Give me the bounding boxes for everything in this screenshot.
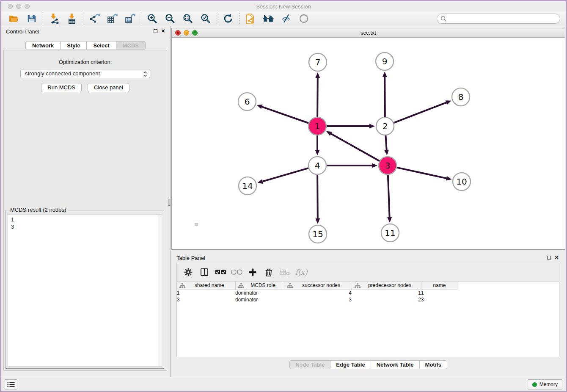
criterion-select[interactable]: strongly connected component <box>20 69 150 78</box>
zoom-out-icon[interactable] <box>161 12 179 25</box>
import-table-icon[interactable] <box>63 12 81 25</box>
search-input[interactable] <box>437 14 560 24</box>
network-view-window: × − + scc.txt 7968124314101511 <box>171 28 565 250</box>
float-table-panel-icon[interactable] <box>547 256 551 259</box>
tab-network-table[interactable]: Network Table <box>371 360 420 369</box>
delete-table-icon <box>278 265 292 279</box>
minimize-view-icon[interactable]: − <box>184 30 189 36</box>
select-all-icon[interactable] <box>213 265 228 279</box>
column-header-name[interactable]: name <box>421 282 457 290</box>
search-icon <box>440 16 447 23</box>
node-table-area: shared name MCDS role successor nodes pr… <box>177 281 559 357</box>
memory-label: Memory <box>539 381 558 387</box>
network-view-title: scc.txt <box>172 30 565 36</box>
control-panel-tabs: Network Style Select MCDS <box>1 41 170 50</box>
mcds-panel: Optimization criterion: strongly connect… <box>3 50 167 371</box>
network-canvas[interactable]: 7968124314101511 <box>172 38 565 250</box>
export-table-icon[interactable] <box>103 12 121 25</box>
toolbar-separator <box>83 13 83 24</box>
home-icon[interactable] <box>259 12 277 25</box>
deselect-all-icon[interactable] <box>229 265 244 279</box>
close-panel-button[interactable]: Close panel <box>88 83 129 92</box>
column-header-predecessor-nodes[interactable]: predecessor nodes <box>352 282 421 290</box>
task-history-button[interactable] <box>5 379 17 389</box>
zoom-fit-icon[interactable] <box>179 12 197 25</box>
graph-edge-1-7[interactable] <box>317 78 318 117</box>
table-cell: 4 <box>284 290 352 296</box>
export-network-icon[interactable] <box>85 12 103 25</box>
column-header-successor-nodes[interactable]: successor nodes <box>284 282 352 290</box>
bird-eye-view-icon[interactable] <box>295 12 313 25</box>
graph-edge-3-10[interactable] <box>396 168 446 178</box>
tab-select[interactable]: Select <box>87 41 116 50</box>
delete-column-icon[interactable] <box>261 265 276 279</box>
close-window-icon[interactable] <box>8 4 13 9</box>
result-scrollbar[interactable] <box>158 215 162 366</box>
close-table-panel-icon[interactable]: × <box>555 255 559 259</box>
graph-arrowhead <box>257 105 263 109</box>
table-settings-gear-icon[interactable] <box>181 265 195 279</box>
zoom-selected-icon[interactable] <box>197 12 215 25</box>
graph-edge-1-6[interactable] <box>262 107 308 123</box>
tab-style[interactable]: Style <box>61 41 87 50</box>
open-session-icon[interactable] <box>5 12 23 25</box>
graph-arrowhead <box>369 124 375 129</box>
column-header-mcds-role[interactable]: MCDS role <box>235 282 284 290</box>
show-columns-icon[interactable] <box>197 265 212 279</box>
minimize-window-icon[interactable] <box>16 4 21 9</box>
import-network-icon[interactable] <box>45 12 63 25</box>
hide-graphics-details-icon[interactable] <box>277 12 295 25</box>
graph-arrowhead <box>372 163 377 168</box>
graph-edge-3-1[interactable] <box>331 134 380 161</box>
tab-network[interactable]: Network <box>25 41 61 50</box>
graph-node-label: 10 <box>456 177 467 187</box>
float-panel-icon[interactable] <box>154 29 157 33</box>
mcds-result-group: MCDS result (2 nodes) 1 3 <box>6 210 164 369</box>
table-row[interactable]: 1dominator411 <box>177 290 457 296</box>
redraw-network-icon[interactable] <box>219 12 237 25</box>
optimization-criterion-label: Optimization criterion: <box>4 59 167 65</box>
tab-edge-table[interactable]: Edge Table <box>330 360 371 369</box>
graph-edge-3-11[interactable] <box>388 175 390 217</box>
app-window: Session: New Session <box>0 0 567 392</box>
graph-arrowhead <box>387 217 392 223</box>
column-header-shared-name[interactable]: shared name <box>177 282 235 290</box>
maximize-window-icon[interactable] <box>25 4 30 9</box>
toolbar-separator <box>141 13 141 24</box>
zoom-in-icon[interactable] <box>143 12 161 25</box>
table-cell: 3 <box>177 296 235 303</box>
graph-edge-2-8[interactable] <box>394 102 446 123</box>
graph-node-label: 2 <box>383 121 388 131</box>
run-mcds-button[interactable]: Run MCDS <box>41 83 82 92</box>
tab-mcds[interactable]: MCDS <box>116 41 146 50</box>
mcds-result-text[interactable]: 1 3 <box>8 214 162 367</box>
panel-splitter-grip[interactable] <box>168 199 171 206</box>
graph-arrowhead <box>445 100 451 105</box>
graph-node-label: 9 <box>382 56 388 66</box>
close-panel-icon[interactable]: × <box>161 29 165 33</box>
maximize-view-icon[interactable]: + <box>192 30 198 36</box>
network-file-icon[interactable] <box>242 12 259 25</box>
graph-edge-4-15[interactable] <box>317 175 318 218</box>
add-column-icon[interactable] <box>245 265 260 279</box>
close-view-icon[interactable]: × <box>175 30 181 36</box>
table-header-row: shared name MCDS role successor nodes pr… <box>177 282 457 290</box>
mac-titlebar: Session: New Session <box>1 1 566 11</box>
graph-edge-2-9[interactable] <box>385 77 385 117</box>
graph-edge-2-3[interactable] <box>385 135 386 150</box>
horizontal-splitter-grip[interactable] <box>195 223 198 226</box>
tab-node-table[interactable]: Node Table <box>289 360 330 369</box>
toolbar-separator <box>239 13 239 24</box>
graph-arrowhead <box>446 176 452 181</box>
graph-edge-4-14[interactable] <box>263 168 308 182</box>
toolbar-separator <box>217 13 217 24</box>
table-cell: 3 <box>284 296 352 303</box>
graph-node-label: 14 <box>242 181 253 191</box>
tab-motifs[interactable]: Motifs <box>420 360 447 369</box>
table-row[interactable]: 3dominator323 <box>177 296 457 303</box>
save-session-icon[interactable] <box>23 12 41 25</box>
export-image-icon[interactable] <box>121 12 139 25</box>
network-window-titlebar: × − + scc.txt <box>172 28 565 38</box>
control-panel-header: Control Panel × <box>1 26 170 36</box>
memory-button[interactable]: Memory <box>528 379 562 389</box>
